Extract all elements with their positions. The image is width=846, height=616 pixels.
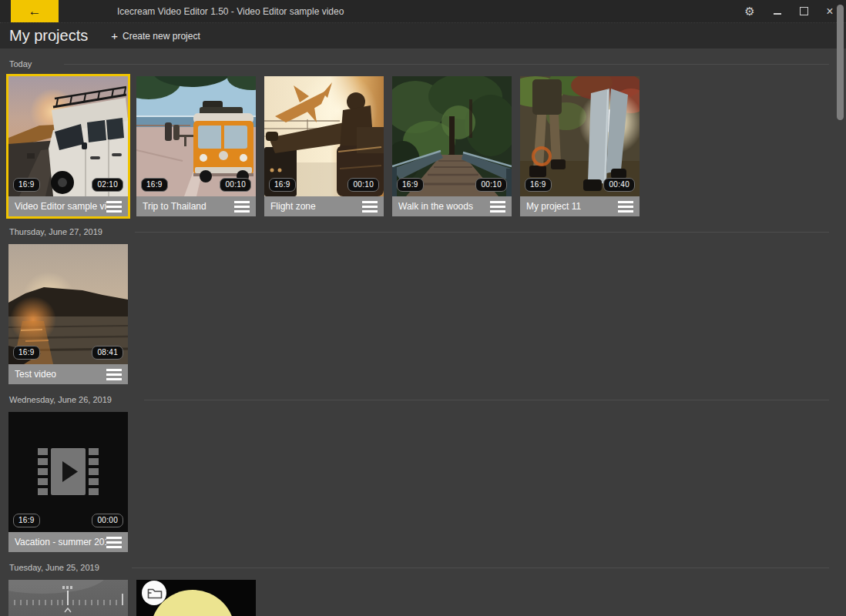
section-date-label: Thursday, June 27, 2019 xyxy=(9,227,102,236)
folder-yellow-circle-thumbnail xyxy=(136,580,256,616)
hamburger-icon-bar xyxy=(362,210,378,213)
project-name: Trip to Thailand xyxy=(143,201,206,212)
hamburger-icon-bar xyxy=(106,546,122,548)
section-header: Today xyxy=(0,59,846,69)
hamburger-icon-bar xyxy=(490,210,505,213)
project-card[interactable] xyxy=(136,580,256,616)
project-card-footer: Video Editor sample video xyxy=(8,196,128,216)
close-icon: × xyxy=(826,5,833,18)
project-section: Today 16:902:10Video Editor sample video… xyxy=(0,59,846,216)
forest-hikers-sunflare-thumbnail: 16:900:40 xyxy=(520,76,640,196)
project-cards-row xyxy=(0,580,846,616)
project-section: Thursday, June 27, 2019 16:908:41Test vi… xyxy=(0,226,846,384)
project-card-footer: Flight zone xyxy=(264,196,384,216)
back-arrow-icon: ← xyxy=(29,4,42,19)
project-name: Test video xyxy=(15,369,56,380)
airport-traveler-plane-thumbnail: 16:900:10 xyxy=(264,76,384,196)
hamburger-icon-bar xyxy=(234,201,250,203)
hamburger-icon-bar xyxy=(106,378,122,380)
project-menu-button[interactable] xyxy=(234,201,250,213)
page-title: My projects xyxy=(9,27,88,45)
film-strip-placeholder-thumbnail: 16:900:00 xyxy=(8,412,128,532)
settings-button[interactable]: ⚙ xyxy=(737,0,763,22)
section-date-label: Wednesday, June 26, 2019 xyxy=(9,395,112,404)
project-name: Video Editor sample video xyxy=(15,201,106,212)
section-divider xyxy=(135,232,829,233)
section-date-label: Today xyxy=(9,59,32,69)
hamburger-icon-bar xyxy=(618,210,633,213)
project-menu-button[interactable] xyxy=(618,201,633,213)
create-new-project-label: Create new project xyxy=(123,31,200,42)
vertical-scrollbar-thumb[interactable] xyxy=(837,5,844,120)
titlebar: ← Icecream Video Editor 1.50 - Video Edi… xyxy=(0,0,846,23)
hamburger-icon-bar xyxy=(106,201,122,203)
duration-badge: 00:00 xyxy=(92,514,123,527)
sea-cliff-sunset-thumbnail: 16:908:41 xyxy=(8,244,128,364)
project-cards-row: 16:902:10Video Editor sample video 16:90… xyxy=(0,76,846,216)
hamburger-icon-bar xyxy=(362,201,378,203)
aspect-ratio-badge: 16:9 xyxy=(269,178,296,192)
project-card-footer: Test video xyxy=(8,364,128,384)
project-card[interactable]: 16:900:40My project 11 xyxy=(520,76,640,216)
project-card-footer: My project 11 xyxy=(520,196,640,216)
hamburger-icon-bar xyxy=(106,369,122,371)
aspect-ratio-badge: 16:9 xyxy=(13,514,40,527)
duration-badge: 00:10 xyxy=(475,178,507,192)
orange-camper-van-beach-thumbnail: 16:900:10 xyxy=(136,76,256,196)
project-cards-row: 16:908:41Test video xyxy=(0,244,846,384)
app-window: ← Icecream Video Editor 1.50 - Video Edi… xyxy=(0,0,846,616)
hamburger-icon-bar xyxy=(106,206,122,208)
aspect-ratio-badge: 16:9 xyxy=(13,346,40,360)
duration-badge: 00:40 xyxy=(603,178,635,192)
section-header: Thursday, June 27, 2019 xyxy=(0,226,846,237)
project-card[interactable] xyxy=(8,580,128,616)
project-card[interactable]: 16:900:00Vacation - summer 2019 xyxy=(8,412,128,552)
section-header: Tuesday, June 25, 2019 xyxy=(0,562,846,573)
create-new-project-button[interactable]: + Create new project xyxy=(111,29,200,42)
hamburger-icon-bar xyxy=(618,206,633,208)
project-menu-button[interactable] xyxy=(106,369,122,380)
minimize-button[interactable] xyxy=(764,0,791,22)
project-menu-button[interactable] xyxy=(106,537,122,548)
section-date-label: Tuesday, June 25, 2019 xyxy=(9,563,99,572)
project-name: Walk in the woods xyxy=(398,201,473,212)
window-controls: ⚙ × xyxy=(737,0,846,22)
project-name: Vacation - summer 2019 xyxy=(15,537,106,547)
page-header: My projects + Create new project xyxy=(0,23,846,49)
aspect-ratio-badge: 16:9 xyxy=(397,178,424,192)
hamburger-icon-bar xyxy=(106,210,122,213)
forest-footbridge-thumbnail: 16:900:10 xyxy=(392,76,512,196)
window-title: Icecream Video Editor 1.50 - Video Edito… xyxy=(117,6,344,17)
project-menu-button[interactable] xyxy=(362,201,378,213)
maximize-icon xyxy=(800,7,808,15)
aspect-ratio-badge: 16:9 xyxy=(141,178,168,192)
project-cards-row: 16:900:00Vacation - summer 2019 xyxy=(0,412,846,552)
project-menu-button[interactable] xyxy=(106,201,122,213)
aspect-ratio-badge: 16:9 xyxy=(13,178,40,192)
section-header: Wednesday, June 26, 2019 xyxy=(0,394,846,405)
duration-badge: 00:10 xyxy=(220,178,251,192)
maximize-button[interactable] xyxy=(791,0,817,22)
hamburger-icon-bar xyxy=(490,206,505,208)
project-card[interactable]: 16:902:10Video Editor sample video xyxy=(8,76,128,216)
hamburger-icon-bar xyxy=(234,210,250,213)
project-card[interactable]: 16:900:10Walk in the woods xyxy=(392,76,512,216)
project-card[interactable]: 16:900:10Flight zone xyxy=(264,76,384,216)
plus-icon: + xyxy=(111,29,118,42)
back-button[interactable]: ← xyxy=(11,0,59,22)
project-card[interactable]: 16:908:41Test video xyxy=(8,244,128,384)
project-card[interactable]: 16:900:10Trip to Thailand xyxy=(136,76,256,216)
hamburger-icon-bar xyxy=(234,206,250,208)
project-card-footer: Walk in the woods xyxy=(392,196,512,216)
project-section: Tuesday, June 25, 2019 xyxy=(0,562,846,616)
hamburger-icon-bar xyxy=(106,541,122,544)
minimize-icon xyxy=(774,13,781,15)
project-menu-button[interactable] xyxy=(490,201,505,213)
section-divider xyxy=(144,400,829,400)
project-name: My project 11 xyxy=(526,201,581,212)
timeline-ruler-thumbnail xyxy=(8,580,128,616)
project-card-footer: Vacation - summer 2019 xyxy=(8,532,128,552)
hamburger-icon-bar xyxy=(490,201,505,203)
section-divider xyxy=(64,64,829,65)
project-name: Flight zone xyxy=(270,201,316,212)
